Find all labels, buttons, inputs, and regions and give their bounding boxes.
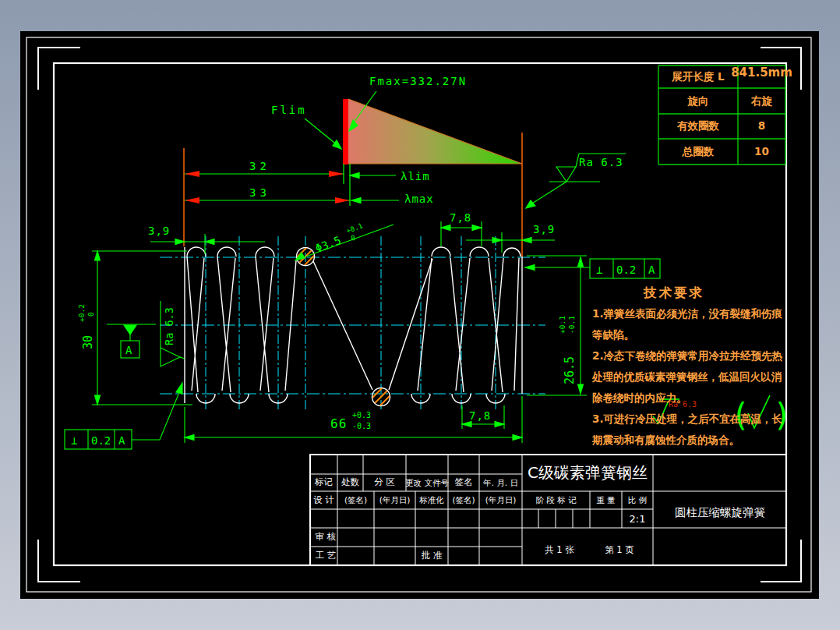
dim-free-length-tol-dn: -0.3 [352, 422, 371, 430]
spec-row-value: 8 [738, 114, 785, 139]
tb-qm2: (签名) [337, 491, 374, 509]
tb-weight: 重 量 [590, 491, 622, 509]
tb-rq2: (年月日) [374, 491, 415, 509]
tb-sheji: 设 计 [310, 491, 337, 509]
perp-tol-right: 0.2 [616, 264, 636, 276]
app-background: { "spec_table": { "rows": [ {"label":"展开… [0, 0, 840, 630]
spec-row-value: 10 [738, 139, 785, 165]
spec-row-label: 有效圈数 [658, 114, 738, 139]
coil-top-arcs [187, 247, 521, 257]
tb-material: C级碳素弹簧钢丝 [524, 456, 651, 489]
tech-req-line: 等缺陷。 [592, 330, 634, 341]
datum-triangle [124, 325, 136, 334]
tb-shenhe: 审 核 [310, 528, 341, 547]
tech-req-line: 3.可进行冷压处理，之后不宜在高温，长 [592, 414, 782, 425]
dim-pitch-top-label: 7,8 [450, 211, 471, 224]
flim-arrow [333, 140, 341, 149]
dim-mid-tol-up: +0.1 [558, 316, 566, 334]
dim-free-length-label: 66 [330, 416, 347, 431]
tb-biaoji: 标记 [310, 474, 337, 491]
tb-riqi: 年. 月. 日 [479, 474, 522, 491]
dim-wire-tol-up: +0.1 [345, 221, 364, 235]
perp-symbol-right: ⊥ [596, 264, 602, 276]
dim-od-tol-dn: 0 [86, 312, 95, 317]
fmax-label: Fmax=332.27N [369, 75, 467, 87]
fmax-axis-bar [343, 99, 348, 165]
tb-pizhun: 批 准 [415, 547, 448, 565]
tb-qianming: 签名 [448, 474, 479, 491]
dim-free-length-tol-up: +0.3 [352, 411, 371, 419]
ra-left-label: Ra 6.3 [163, 307, 175, 345]
dim-39-left-label: 3,9 [148, 225, 170, 237]
spec-row-label: 旋向 [658, 88, 738, 114]
flim-label: Flim [271, 104, 307, 116]
dim-32-label: 32 [249, 160, 270, 172]
datum-label: A [125, 344, 132, 356]
dim-od-tol-up: +0.2 [77, 304, 86, 322]
perp-tol-left: 0.2 [91, 434, 111, 447]
spec-row-label: 总圈数 [658, 139, 738, 165]
dim-39-right-label: 3,9 [533, 223, 555, 235]
spec-row-value: 841.5mm [738, 62, 785, 83]
tb-scale-value: 2:1 [622, 509, 653, 528]
dim-pitch-bottom-label: 7,8 [469, 409, 491, 422]
lambda-max-label: λmax [404, 193, 434, 205]
coil-legs [187, 257, 519, 392]
lambda-lim-label: λlim [401, 170, 430, 182]
spec-row-label: 展开长度 L [658, 65, 738, 88]
tb-fenqu: 分 区 [363, 474, 406, 491]
tb-page: 第 1 页 [588, 541, 651, 560]
dim-33-label: 33 [249, 186, 270, 199]
tb-biaozhunhua: 标准化 [415, 491, 448, 509]
lambda-max-arrow [351, 198, 361, 204]
tech-req-line: 除卷绕时的内应力。 [592, 393, 687, 404]
tech-req-line: 期震动和有腐蚀性介质的场合。 [592, 435, 739, 446]
dim-wire-group: Φ3.5 +0.1 0 [312, 221, 367, 256]
perp-symbol-left: ⊥ [71, 434, 77, 447]
tech-req-title: 技术要求 [644, 287, 704, 300]
dim-mid-label: 26.5 [563, 356, 577, 384]
tb-sheets: 共 1 张 [528, 541, 591, 560]
tb-gongyi: 工 艺 [310, 547, 341, 565]
perp-datum-left: A [118, 434, 125, 447]
tb-wenjianhao: 更改 文件号 [406, 474, 448, 491]
dim-od-label: 30 [81, 335, 95, 349]
tb-stage: 阶 段 标 记 [522, 491, 590, 509]
coil-bottom-arcs [196, 394, 505, 403]
lambda-lim-arrow [350, 173, 359, 179]
tb-rq3: (年月日) [479, 491, 522, 509]
tb-qm3: (签名) [448, 491, 479, 509]
tb-part-name: 圆柱压缩螺旋弹簧 [656, 503, 784, 522]
perp-datum-right: A [648, 264, 655, 276]
flim-leader [305, 119, 338, 146]
tech-req-line: 2.冷态下卷绕的弹簧常用冷拉并经预先热 [592, 351, 782, 362]
tb-chushu: 处数 [337, 474, 363, 491]
tech-req-line: 1.弹簧丝表面必须光洁，没有裂缝和伤痕 [592, 309, 782, 320]
tb-scale: 比 例 [622, 491, 653, 509]
spec-row-value: 右旋 [738, 88, 785, 114]
spring-drawing [185, 247, 522, 406]
dim-wire-label: Φ3.5 [313, 234, 342, 255]
tech-req-line: 处理的优质碳素弹簧钢丝，低温回火以消 [592, 372, 782, 383]
ra-top-right-label: Ra 6.3 [579, 156, 623, 168]
dim-mid-tol-dn: -0.1 [567, 316, 576, 334]
